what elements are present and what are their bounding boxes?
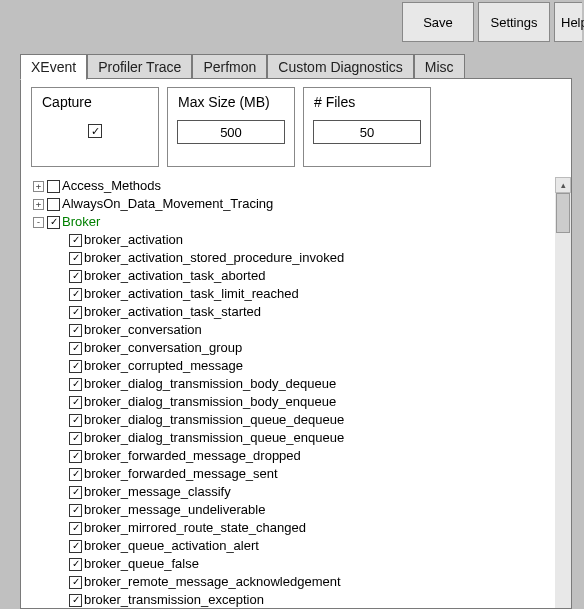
tree-checkbox[interactable] xyxy=(69,360,82,373)
tree-item[interactable]: broker_corrupted_message xyxy=(33,357,565,375)
tree-checkbox[interactable] xyxy=(47,216,60,229)
tree-container: +Access_Methods+AlwaysOn_Data_Movement_T… xyxy=(33,177,565,608)
files-input[interactable] xyxy=(313,120,421,144)
expand-icon[interactable]: + xyxy=(33,181,44,192)
tree-label: Broker xyxy=(62,213,100,231)
tree-checkbox[interactable] xyxy=(69,288,82,301)
tree-item[interactable]: broker_conversation xyxy=(33,321,565,339)
tree-item[interactable]: broker_activation_task_limit_reached xyxy=(33,285,565,303)
tree-checkbox[interactable] xyxy=(69,342,82,355)
save-button[interactable]: Save xyxy=(402,2,474,42)
tree-label: broker_forwarded_message_sent xyxy=(84,465,278,483)
tree-item[interactable]: broker_queue_false xyxy=(33,555,565,573)
tree-checkbox[interactable] xyxy=(47,180,60,193)
tree-label: broker_activation_task_aborted xyxy=(84,267,265,285)
tree-item[interactable]: broker_forwarded_message_dropped xyxy=(33,447,565,465)
tree-item[interactable]: broker_mirrored_route_state_changed xyxy=(33,519,565,537)
capture-group: Capture ✓ xyxy=(31,87,159,167)
toolbar: Save Settings Help xyxy=(402,0,584,43)
tree-checkbox[interactable] xyxy=(69,324,82,337)
tree-label: broker_dialog_transmission_queue_enqueue xyxy=(84,429,344,447)
tree-item[interactable]: broker_activation xyxy=(33,231,565,249)
capture-checkbox[interactable]: ✓ xyxy=(88,124,102,138)
tree-checkbox[interactable] xyxy=(69,450,82,463)
tree-checkbox[interactable] xyxy=(69,306,82,319)
tree-checkbox[interactable] xyxy=(69,378,82,391)
tree-item[interactable]: broker_message_classify xyxy=(33,483,565,501)
expand-icon[interactable]: + xyxy=(33,199,44,210)
vertical-scrollbar[interactable]: ▴ xyxy=(555,177,571,608)
tree-checkbox[interactable] xyxy=(69,558,82,571)
tree-label: broker_activation_task_limit_reached xyxy=(84,285,299,303)
tree-category[interactable]: +Access_Methods xyxy=(33,177,565,195)
tree-label: broker_dialog_transmission_body_enqueue xyxy=(84,393,336,411)
files-label: # Files xyxy=(304,94,355,110)
tree-checkbox[interactable] xyxy=(69,414,82,427)
tree-item[interactable]: broker_activation_task_aborted xyxy=(33,267,565,285)
tree-label: broker_message_undeliverable xyxy=(84,501,265,519)
capture-label: Capture xyxy=(32,94,92,110)
files-group: # Files xyxy=(303,87,431,167)
settings-row: Capture ✓ Max Size (MB) # Files xyxy=(21,79,571,175)
help-button[interactable]: Help xyxy=(554,2,582,42)
tree-label: broker_remote_message_acknowledgement xyxy=(84,573,341,591)
tree-checkbox[interactable] xyxy=(69,540,82,553)
tree-item[interactable]: broker_forwarded_message_sent xyxy=(33,465,565,483)
tree-checkbox[interactable] xyxy=(69,252,82,265)
collapse-icon[interactable]: - xyxy=(33,217,44,228)
tree-checkbox[interactable] xyxy=(69,522,82,535)
tree-item[interactable]: broker_activation_task_started xyxy=(33,303,565,321)
maxsize-input[interactable] xyxy=(177,120,285,144)
tree-label: broker_conversation_group xyxy=(84,339,242,357)
tree-label: broker_corrupted_message xyxy=(84,357,243,375)
tree-item[interactable]: broker_remote_message_acknowledgement xyxy=(33,573,565,591)
tree-label: broker_activation xyxy=(84,231,183,249)
tree-item[interactable]: broker_dialog_transmission_queue_dequeue xyxy=(33,411,565,429)
tree-label: broker_activation_task_started xyxy=(84,303,261,321)
tree-checkbox[interactable] xyxy=(69,468,82,481)
tab-perfmon[interactable]: Perfmon xyxy=(192,54,267,79)
tab-xevent[interactable]: XEvent xyxy=(20,54,87,80)
tree-label: broker_queue_activation_alert xyxy=(84,537,259,555)
tree-label: broker_message_classify xyxy=(84,483,231,501)
tab-misc[interactable]: Misc xyxy=(414,54,465,79)
tree-item[interactable]: broker_queue_activation_alert xyxy=(33,537,565,555)
tree-item[interactable]: broker_activation_stored_procedure_invok… xyxy=(33,249,565,267)
settings-button[interactable]: Settings xyxy=(478,2,550,42)
tree-checkbox[interactable] xyxy=(69,270,82,283)
tree-label: broker_activation_stored_procedure_invok… xyxy=(84,249,344,267)
tree-category[interactable]: +AlwaysOn_Data_Movement_Tracing xyxy=(33,195,565,213)
tree-item[interactable]: broker_dialog_transmission_body_enqueue xyxy=(33,393,565,411)
event-tree[interactable]: +Access_Methods+AlwaysOn_Data_Movement_T… xyxy=(33,177,565,608)
tree-checkbox[interactable] xyxy=(69,396,82,409)
tree-checkbox[interactable] xyxy=(69,594,82,607)
tree-item[interactable]: broker_message_undeliverable xyxy=(33,501,565,519)
tree-item[interactable]: broker_dialog_transmission_body_dequeue xyxy=(33,375,565,393)
tree-item[interactable]: broker_dialog_transmission_queue_enqueue xyxy=(33,429,565,447)
tree-label: broker_conversation xyxy=(84,321,202,339)
tree-checkbox[interactable] xyxy=(47,198,60,211)
tab-strip: XEventProfiler TracePerfmonCustom Diagno… xyxy=(20,55,572,79)
tree-item[interactable]: broker_transmission_exception xyxy=(33,591,565,608)
maxsize-group: Max Size (MB) xyxy=(167,87,295,167)
tree-checkbox[interactable] xyxy=(69,504,82,517)
tree-item[interactable]: broker_conversation_group xyxy=(33,339,565,357)
tab-panel-xevent: Capture ✓ Max Size (MB) # Files +Access_… xyxy=(20,78,572,609)
tree-label: Access_Methods xyxy=(62,177,161,195)
tree-category[interactable]: -Broker xyxy=(33,213,565,231)
tree-checkbox[interactable] xyxy=(69,234,82,247)
tree-label: broker_mirrored_route_state_changed xyxy=(84,519,306,537)
tree-label: broker_transmission_exception xyxy=(84,591,264,608)
tree-label: broker_dialog_transmission_queue_dequeue xyxy=(84,411,344,429)
tab-custom-diagnostics[interactable]: Custom Diagnostics xyxy=(267,54,414,79)
tree-label: broker_dialog_transmission_body_dequeue xyxy=(84,375,336,393)
tab-profiler-trace[interactable]: Profiler Trace xyxy=(87,54,192,79)
scrollbar-thumb[interactable] xyxy=(556,193,570,233)
tree-label: broker_forwarded_message_dropped xyxy=(84,447,301,465)
maxsize-label: Max Size (MB) xyxy=(168,94,270,110)
tree-checkbox[interactable] xyxy=(69,576,82,589)
scroll-up-icon[interactable]: ▴ xyxy=(555,177,571,193)
tree-label: AlwaysOn_Data_Movement_Tracing xyxy=(62,195,273,213)
tree-checkbox[interactable] xyxy=(69,432,82,445)
tree-checkbox[interactable] xyxy=(69,486,82,499)
